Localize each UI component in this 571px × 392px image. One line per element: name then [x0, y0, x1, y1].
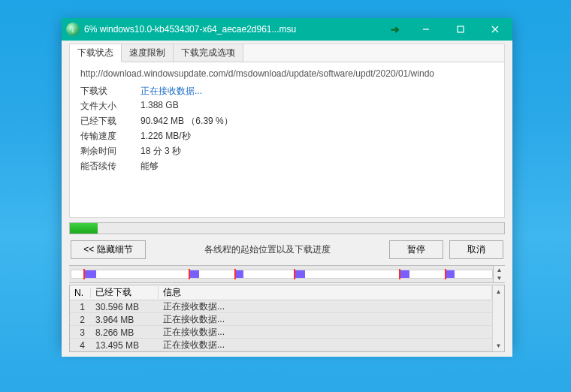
- segment-scroll-down[interactable]: ▼: [493, 273, 505, 282]
- table-row[interactable]: 23.964 MB正在接收数据...: [70, 313, 492, 326]
- value-speed: 1.226 MB/秒: [140, 130, 494, 143]
- scroll-down-icon[interactable]: ▼: [493, 339, 504, 351]
- cell-n: 2: [70, 315, 91, 325]
- scroll-up-icon[interactable]: ▲: [493, 285, 504, 297]
- hide-details-button[interactable]: << 隐藏细节: [71, 240, 146, 259]
- pause-button[interactable]: 暂停: [389, 240, 443, 259]
- table-row[interactable]: 413.495 MB正在接收数据...: [70, 339, 492, 351]
- label-speed: 传输速度: [80, 130, 140, 143]
- table-row[interactable]: 38.266 MB正在接收数据...: [70, 326, 492, 339]
- button-row: << 隐藏细节 各线程的起始位置以及下载进度 暂停 取消: [69, 240, 505, 259]
- value-file-size: 1.388 GB: [140, 100, 494, 113]
- cell-downloaded: 30.596 MB: [91, 302, 159, 312]
- cell-info: 正在接收数据...: [159, 339, 492, 351]
- cancel-button[interactable]: 取消: [449, 240, 503, 259]
- col-n[interactable]: N.: [70, 288, 91, 298]
- value-resume: 能够: [140, 160, 494, 173]
- label-status: 下载状: [80, 85, 140, 98]
- segment-marker: [399, 269, 400, 279]
- close-button[interactable]: [478, 18, 512, 41]
- tab-on-complete[interactable]: 下载完成选项: [174, 44, 243, 62]
- col-downloaded[interactable]: 已经下载: [91, 286, 159, 299]
- progress-fill: [70, 223, 98, 234]
- segment-fill: [294, 270, 306, 278]
- segment-fill: [189, 270, 199, 278]
- status-panel: http://download.windowsupdate.com/d/msdo…: [70, 62, 504, 217]
- app-icon: ↓: [66, 23, 80, 36]
- segment-marker: [445, 269, 446, 279]
- cell-downloaded: 8.266 MB: [91, 327, 159, 338]
- tab-download-status[interactable]: 下载状态: [70, 44, 122, 62]
- segment-marker: [189, 269, 190, 279]
- accelerator-icon: ➜: [391, 23, 400, 35]
- table-row[interactable]: 130.596 MB正在接收数据...: [70, 300, 492, 313]
- col-info[interactable]: 信息: [159, 286, 492, 299]
- segment-fill: [399, 270, 409, 278]
- cell-info: 正在接收数据...: [159, 313, 492, 326]
- threads-scrollbar[interactable]: ▲ ▼: [492, 285, 504, 351]
- info-panel: 下载状态 速度限制 下载完成选项 http://download.windows…: [69, 44, 505, 218]
- segment-marker: [83, 269, 85, 279]
- segment-caption: 各线程的起始位置以及下载进度: [152, 243, 383, 256]
- download-dialog: ↓ 6% windows10.0-kb4534307-x64_aecae2d96…: [62, 18, 512, 347]
- cell-n: 4: [70, 340, 91, 351]
- titlebar[interactable]: ↓ 6% windows10.0-kb4534307-x64_aecae2d96…: [62, 18, 512, 41]
- value-status: 正在接收数据...: [140, 85, 494, 98]
- svg-rect-1: [458, 26, 464, 32]
- segment-marker: [294, 269, 295, 279]
- window-title: 6% windows10.0-kb4534307-x64_aecae2d961.…: [84, 24, 296, 35]
- segment-fill: [83, 270, 96, 278]
- segment-map: ▲ ▼: [69, 265, 505, 283]
- cell-downloaded: 13.495 MB: [91, 340, 159, 351]
- client-area: 下载状态 速度限制 下载完成选项 http://download.windows…: [62, 41, 512, 357]
- cell-downloaded: 3.964 MB: [91, 315, 159, 325]
- cell-info: 正在接收数据...: [159, 326, 492, 339]
- label-file-size: 文件大小: [80, 100, 140, 113]
- value-downloaded: 90.942 MB （6.39 %）: [140, 115, 494, 128]
- label-resume: 能否续传: [80, 160, 140, 173]
- cell-n: 3: [70, 327, 91, 338]
- download-url: http://download.windowsupdate.com/d/msdo…: [80, 68, 494, 79]
- tab-speed-limit[interactable]: 速度限制: [122, 44, 174, 62]
- value-remaining: 18 分 3 秒: [140, 145, 494, 158]
- tab-bar: 下载状态 速度限制 下载完成选项: [70, 44, 504, 62]
- maximize-button[interactable]: [443, 18, 478, 41]
- cell-info: 正在接收数据...: [159, 300, 492, 313]
- threads-header: N. 已经下载 信息: [70, 285, 492, 300]
- progress-bar: [69, 222, 505, 234]
- threads-table: N. 已经下载 信息 130.596 MB正在接收数据...23.964 MB正…: [69, 285, 505, 352]
- label-downloaded: 已经下载: [80, 115, 140, 128]
- segment-marker: [234, 269, 236, 279]
- label-remaining: 剩余时间: [80, 145, 140, 158]
- cell-n: 1: [70, 302, 91, 312]
- minimize-button[interactable]: [409, 18, 443, 41]
